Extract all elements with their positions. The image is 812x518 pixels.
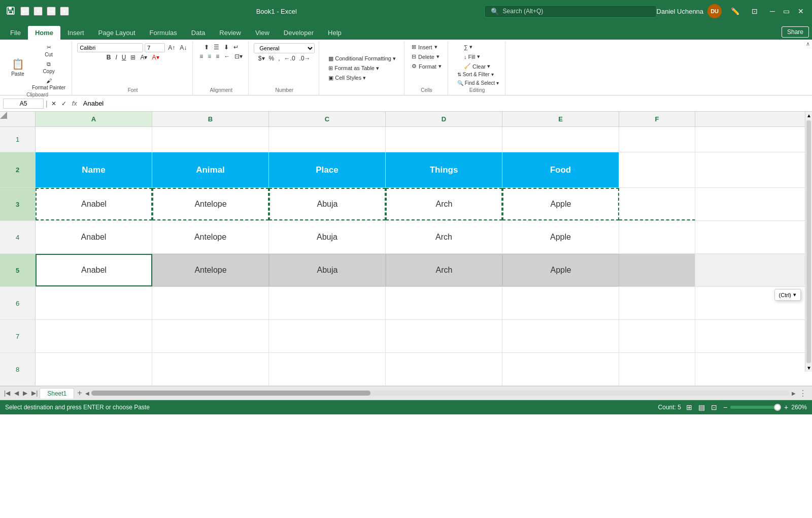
tab-formulas[interactable]: Formulas — [143, 26, 184, 40]
cell-C2[interactable]: Place — [269, 152, 386, 187]
cell-E8[interactable] — [502, 353, 619, 385]
confirm-formula-button[interactable]: ✓ — [60, 100, 68, 108]
cell-A5[interactable]: Anabel — [36, 254, 152, 286]
sort-filter-button[interactable]: ⇅ Sort & Filter ▾ — [455, 71, 501, 78]
underline-button[interactable]: U — [120, 53, 128, 61]
row-num-3[interactable]: 3 — [0, 188, 36, 220]
cell-A4[interactable]: Anabel — [36, 221, 152, 253]
font-name-input[interactable] — [77, 43, 143, 52]
normal-view-button[interactable]: ⊞ — [685, 402, 693, 412]
wrap-text-button[interactable]: ↵ — [232, 43, 240, 51]
cell-F8[interactable] — [619, 353, 695, 385]
row-num-1[interactable]: 1 — [0, 127, 36, 152]
cell-F6[interactable] — [619, 287, 695, 319]
cell-A6[interactable] — [36, 287, 152, 319]
page-layout-view-button[interactable]: ▤ — [697, 402, 706, 412]
sheet-nav-prev-button[interactable]: ◀ — [12, 388, 21, 398]
col-header-B[interactable]: B — [152, 112, 269, 126]
cell-B7[interactable] — [152, 320, 269, 352]
merge-button[interactable]: ⊡▾ — [233, 52, 244, 60]
cell-C5[interactable]: Abuja — [269, 254, 386, 286]
cancel-formula-button[interactable]: ✕ — [50, 100, 58, 108]
tab-review[interactable]: Review — [212, 26, 248, 40]
cut-button[interactable]: ✂ Cut — [30, 43, 67, 58]
cell-D4[interactable]: Arch — [386, 221, 502, 253]
cell-C8[interactable] — [269, 353, 386, 385]
cell-E6[interactable] — [502, 287, 619, 319]
cell-F7[interactable] — [619, 320, 695, 352]
row-num-6[interactable]: 6 — [0, 287, 36, 319]
increase-font-button[interactable]: A↑ — [166, 44, 177, 52]
save-button[interactable] — [5, 5, 16, 18]
percent-button[interactable]: % — [267, 54, 276, 62]
indent-button[interactable]: ← — [222, 52, 231, 60]
fill-color-button[interactable]: A▾ — [139, 53, 149, 61]
tab-view[interactable]: View — [248, 26, 277, 40]
cell-C3[interactable]: Abuja — [269, 188, 386, 220]
comma-button[interactable]: , — [277, 54, 281, 62]
cell-C4[interactable]: Abuja — [269, 221, 386, 253]
insert-cells-button[interactable]: ⊞ Insert ▾ — [410, 43, 444, 51]
vertical-scrollbar[interactable]: ▲ ▼ — [805, 112, 812, 372]
format-painter-button[interactable]: 🖌 Format Painter — [30, 77, 67, 91]
zoom-out-button[interactable]: − — [722, 402, 728, 412]
cell-F5[interactable] — [619, 254, 695, 286]
undo-dropdown-button[interactable]: ▾ — [33, 7, 43, 16]
sheet-nav-next-button[interactable]: ▶ — [21, 388, 29, 398]
add-sheet-button[interactable]: + — [74, 387, 85, 399]
paste-options-tooltip[interactable]: (Ctrl) ▾ — [774, 289, 801, 301]
cell-E5[interactable]: Apple — [502, 254, 619, 286]
sheet-nav-first-button[interactable]: |◀ — [2, 388, 12, 398]
align-bottom-button[interactable]: ⬇ — [222, 43, 230, 51]
cell-D7[interactable] — [386, 320, 502, 352]
close-button[interactable]: ✕ — [795, 6, 807, 16]
format-cells-button[interactable]: ⚙ Format ▾ — [410, 62, 444, 71]
cell-C1[interactable] — [269, 127, 386, 152]
scroll-thumb[interactable] — [806, 120, 811, 363]
cell-E4[interactable]: Apple — [502, 221, 619, 253]
cell-D1[interactable] — [386, 127, 502, 152]
col-header-D[interactable]: D — [386, 112, 502, 126]
paste-options-dropdown-icon[interactable]: ▾ — [793, 292, 796, 298]
redo-button[interactable]: ↪ — [47, 7, 56, 16]
increase-decimal-button[interactable]: .0→ — [298, 54, 312, 62]
tab-page-layout[interactable]: Page Layout — [91, 26, 143, 40]
zoom-in-button[interactable]: + — [783, 402, 789, 412]
cell-styles-button[interactable]: ▣ Cell Styles ▾ — [325, 74, 399, 82]
cell-B3[interactable]: Antelope — [152, 188, 269, 220]
align-top-button[interactable]: ⬆ — [202, 43, 211, 51]
h-scroll-thumb[interactable] — [91, 391, 371, 396]
format-as-table-button[interactable]: ⊞ Format as Table ▾ — [325, 64, 399, 73]
bold-button[interactable]: B — [105, 53, 113, 61]
collapse-ribbon-button[interactable]: ∧ — [804, 40, 812, 48]
cell-D2[interactable]: Things — [386, 152, 502, 187]
customize-button[interactable]: ▾ — [60, 7, 69, 16]
cell-F1[interactable] — [619, 127, 695, 152]
cell-D3[interactable]: Arch — [386, 188, 502, 220]
zoom-slider-thumb[interactable] — [774, 404, 781, 411]
cell-F3[interactable] — [619, 188, 695, 220]
row-num-4[interactable]: 4 — [0, 221, 36, 253]
col-header-E[interactable]: E — [502, 112, 619, 126]
currency-button[interactable]: $▾ — [257, 54, 266, 62]
align-left-button[interactable]: ≡ — [198, 52, 205, 60]
paste-button[interactable]: 📋 Paste — [7, 56, 28, 79]
undo-button[interactable]: ↩ — [20, 7, 29, 16]
font-color-button[interactable]: A▾ — [151, 53, 161, 61]
tab-help[interactable]: Help — [321, 26, 349, 40]
tab-developer[interactable]: Developer — [277, 26, 321, 40]
cell-D5[interactable]: Arch — [386, 254, 502, 286]
cell-C7[interactable] — [269, 320, 386, 352]
h-scroll-right-button[interactable]: ▶ — [792, 391, 796, 396]
cell-F4[interactable] — [619, 221, 695, 253]
cell-C6[interactable] — [269, 287, 386, 319]
page-break-view-button[interactable]: ⊡ — [710, 402, 718, 412]
cell-E1[interactable] — [502, 127, 619, 152]
align-right-button[interactable]: ≡ — [214, 52, 221, 60]
decrease-decimal-button[interactable]: ←.0 — [283, 54, 297, 62]
decrease-font-button[interactable]: A↓ — [178, 44, 188, 52]
cell-B1[interactable] — [152, 127, 269, 152]
row-num-2[interactable]: 2 — [0, 152, 36, 187]
col-header-F[interactable]: F — [619, 112, 695, 126]
row-num-7[interactable]: 7 — [0, 320, 36, 352]
